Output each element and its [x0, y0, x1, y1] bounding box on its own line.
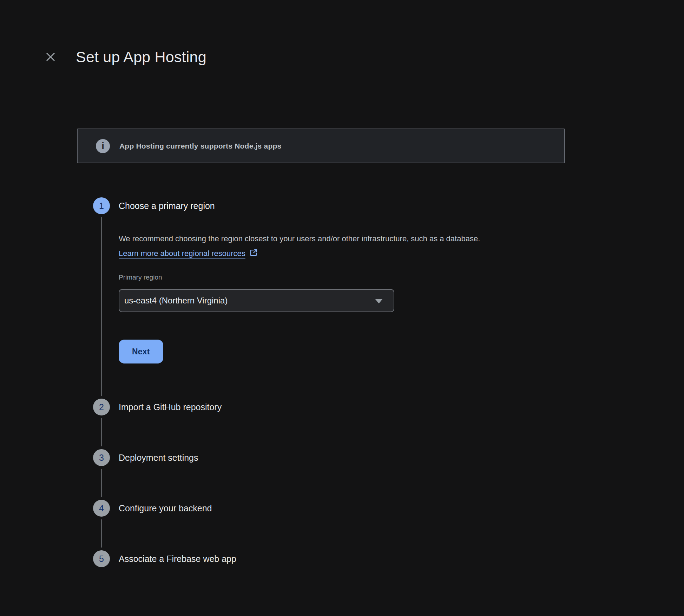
- primary-region-label: Primary region: [119, 273, 684, 282]
- next-button[interactable]: Next: [119, 340, 163, 363]
- step-3-deployment-settings: 3 Deployment settings: [93, 449, 684, 500]
- step-5-title: Associate a Firebase web app: [119, 554, 236, 564]
- step-4-header: 4 Configure your backend: [93, 500, 684, 517]
- step-1-header: 1 Choose a primary region: [93, 197, 684, 214]
- step-1-choose-primary-region: 1 Choose a primary region We recommend c…: [93, 197, 684, 399]
- step-1-number-badge: 1: [93, 197, 110, 214]
- page-title: Set up App Hosting: [76, 48, 206, 66]
- step-1-content: We recommend choosing the region closest…: [119, 231, 684, 363]
- info-icon: i: [96, 139, 110, 153]
- learn-more-link-text: Learn more about regional resources: [119, 249, 245, 258]
- step-5-number-badge: 5: [93, 550, 110, 567]
- step-3-header: 3 Deployment settings: [93, 449, 684, 466]
- chevron-down-icon: [375, 299, 383, 303]
- step-2-import-github-repository: 2 Import a GitHub repository: [93, 399, 684, 449]
- learn-more-link[interactable]: Learn more about regional resources: [119, 249, 258, 258]
- primary-region-select[interactable]: us-east4 (Northern Virginia): [119, 289, 394, 312]
- info-banner-text: App Hosting currently supports Node.js a…: [119, 142, 281, 150]
- close-icon-glyph: [45, 52, 56, 62]
- setup-stepper: 1 Choose a primary region We recommend c…: [93, 197, 684, 567]
- region-description-text: We recommend choosing the region closest…: [119, 234, 480, 243]
- step-3-title: Deployment settings: [119, 453, 198, 463]
- info-banner: i App Hosting currently supports Node.js…: [77, 129, 565, 163]
- step-3-number-badge: 3: [93, 449, 110, 466]
- step-2-number-badge: 2: [93, 399, 110, 415]
- step-2-title: Import a GitHub repository: [119, 402, 222, 412]
- step-4-number-badge: 4: [93, 500, 110, 517]
- step-4-title: Configure your backend: [119, 503, 212, 513]
- step-2-header: 2 Import a GitHub repository: [93, 399, 684, 415]
- external-link-icon: [249, 248, 258, 257]
- region-description: We recommend choosing the region closest…: [119, 231, 551, 261]
- step-1-title: Choose a primary region: [119, 201, 215, 211]
- close-icon[interactable]: [44, 51, 57, 63]
- step-4-configure-your-backend: 4 Configure your backend: [93, 500, 684, 550]
- primary-region-value: us-east4 (Northern Virginia): [124, 296, 228, 306]
- dialog-header: Set up App Hosting: [44, 48, 684, 66]
- step-5-header: 5 Associate a Firebase web app: [93, 550, 684, 567]
- step-5-associate-firebase-web-app: 5 Associate a Firebase web app: [93, 550, 684, 567]
